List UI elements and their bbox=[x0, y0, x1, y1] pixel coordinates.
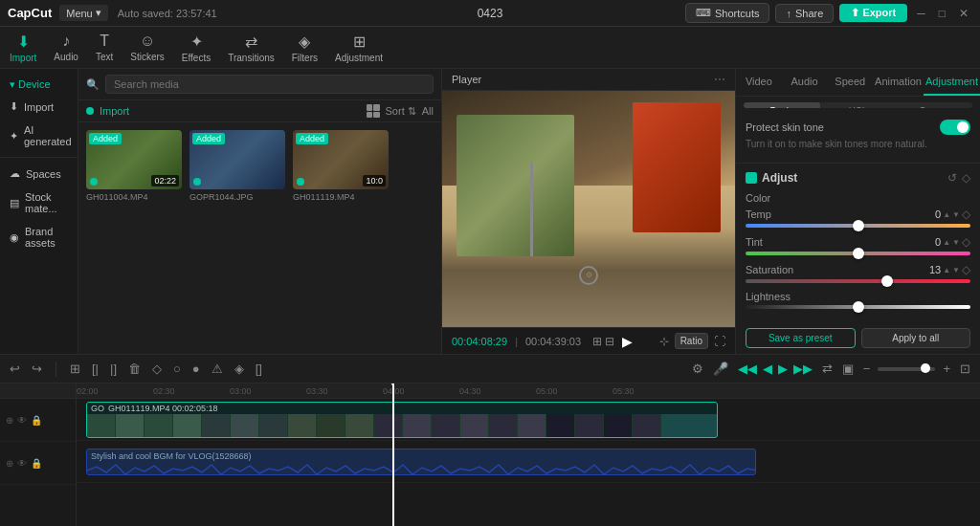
subtab-curves[interactable]: Curves bbox=[896, 102, 972, 108]
toolbar-text[interactable]: T Text bbox=[96, 33, 113, 62]
player-menu-icon[interactable]: ⋯ bbox=[714, 73, 725, 86]
video-track-lock-icon[interactable]: ⊕ bbox=[6, 415, 13, 426]
toolbar-effects[interactable]: ✦ Effects bbox=[182, 33, 211, 63]
ai-generated-btn[interactable]: ✦ AI generated bbox=[0, 119, 78, 153]
audio-track-lock-icon[interactable]: 🔒 bbox=[31, 458, 42, 469]
video-track-lock2-icon[interactable]: 🔒 bbox=[31, 415, 42, 426]
light-slider[interactable] bbox=[746, 305, 970, 309]
play-button[interactable]: ▶ bbox=[622, 334, 633, 349]
temp-stepper-down[interactable]: ▼ bbox=[952, 210, 960, 219]
video-clip-main[interactable]: GO GH011119.MP4 00:02:05:18 bbox=[86, 402, 718, 438]
next-frame[interactable]: ▶ bbox=[776, 360, 790, 378]
temp-stepper-up[interactable]: ▲ bbox=[943, 210, 950, 219]
sat-reset[interactable]: ◇ bbox=[962, 263, 970, 276]
storyboard-icon[interactable]: ⊞ bbox=[592, 335, 602, 348]
tint-slider[interactable] bbox=[746, 252, 970, 255]
all-filter[interactable]: All bbox=[422, 105, 434, 117]
toolbar-import[interactable]: ⬇ Import bbox=[10, 33, 36, 63]
tab-video[interactable]: Video bbox=[736, 69, 782, 96]
cut-left-button[interactable]: [| bbox=[90, 360, 100, 378]
stock-btn[interactable]: ▤ Stock mate... bbox=[0, 186, 78, 220]
save-preset-button[interactable]: Save as preset bbox=[746, 328, 856, 348]
reset-icon[interactable]: ↺ bbox=[947, 171, 957, 185]
tint-stepper-down[interactable]: ▼ bbox=[952, 238, 960, 247]
subtab-basic[interactable]: Basic bbox=[744, 102, 820, 108]
ratio-button[interactable]: Ratio bbox=[675, 333, 708, 349]
share-button[interactable]: ↑ Share bbox=[775, 4, 834, 23]
media-item-gopr[interactable]: Added GOPR1044.JPG bbox=[189, 130, 285, 346]
redo-button[interactable]: ↪ bbox=[30, 360, 44, 378]
sort-button[interactable]: Sort ⇅ bbox=[386, 105, 416, 118]
toolbar-filters[interactable]: ◈ Filters bbox=[292, 33, 318, 63]
export-button[interactable]: ⬆ Export bbox=[839, 4, 907, 22]
bracket-button[interactable]: [] bbox=[254, 360, 264, 378]
spaces-btn[interactable]: ☁ Spaces bbox=[0, 162, 78, 186]
grid-view-icon[interactable] bbox=[367, 104, 380, 118]
tab-adjustment[interactable]: Adjustment bbox=[924, 69, 980, 96]
playhead[interactable] bbox=[392, 384, 394, 526]
undo-button[interactable]: ↩ bbox=[8, 360, 22, 378]
diamond-tl-button[interactable]: ◈ bbox=[233, 360, 246, 378]
toolbar-stickers[interactable]: ☺ Stickers bbox=[130, 33, 165, 62]
skin-tone-toggle[interactable] bbox=[940, 120, 970, 135]
light-thumb[interactable] bbox=[853, 301, 864, 313]
tint-stepper-up[interactable]: ▲ bbox=[943, 238, 950, 247]
device-section[interactable]: ▾ Device bbox=[0, 75, 78, 95]
left-import-btn[interactable]: ⬇ Import bbox=[0, 95, 78, 119]
zoom-slider-minus[interactable]: − bbox=[861, 360, 873, 378]
sat-slider[interactable] bbox=[746, 279, 970, 283]
minimize-button[interactable]: ─ bbox=[913, 7, 929, 20]
audio-track-eye-icon[interactable]: 👁 bbox=[17, 458, 27, 469]
crop-icon[interactable]: ⊹ bbox=[659, 335, 669, 348]
temp-reset[interactable]: ◇ bbox=[962, 208, 970, 221]
track-settings-button[interactable]: ⚙ bbox=[690, 360, 705, 378]
zoom-in-button[interactable]: ◀◀ bbox=[736, 360, 759, 378]
zoom-slider-plus[interactable]: + bbox=[941, 360, 952, 378]
tab-animation[interactable]: Animation bbox=[873, 69, 924, 96]
prev-frame[interactable]: ◀ bbox=[761, 360, 774, 378]
toolbar-adjustment[interactable]: ⊞ Adjustment bbox=[335, 33, 383, 63]
fullscreen-button[interactable]: ⛶ bbox=[714, 335, 725, 348]
menu-button[interactable]: Menu ▾ bbox=[59, 5, 108, 21]
split-button[interactable]: ⊞ bbox=[68, 360, 82, 378]
cut-right-button[interactable]: |] bbox=[108, 360, 119, 378]
shape-button[interactable]: ◇ bbox=[150, 360, 164, 378]
zoom-out-button[interactable]: ▶▶ bbox=[791, 360, 814, 378]
audio-clip-main[interactable]: Stylish and cool BGM for VLOG(1528668) bbox=[86, 449, 756, 475]
toolbar-audio[interactable]: ♪ Audio bbox=[54, 33, 78, 62]
grid-player-icon[interactable]: ⊟ bbox=[605, 335, 614, 348]
maximize-button[interactable]: □ bbox=[935, 7, 949, 20]
temp-slider[interactable] bbox=[746, 224, 970, 228]
close-window-button[interactable]: ✕ bbox=[955, 7, 972, 20]
apply-all-button[interactable]: Apply to all bbox=[861, 328, 971, 348]
tint-reset[interactable]: ◇ bbox=[962, 235, 970, 249]
toolbar-transitions[interactable]: ⇄ Transitions bbox=[228, 33, 275, 63]
tab-audio[interactable]: Audio bbox=[782, 69, 828, 96]
captions-button[interactable]: ▣ bbox=[840, 360, 856, 378]
audio-track-icon[interactable]: ⊕ bbox=[6, 458, 13, 469]
diamond-icon[interactable]: ◇ bbox=[962, 171, 970, 185]
temp-thumb[interactable] bbox=[853, 220, 864, 231]
search-input[interactable] bbox=[105, 75, 434, 94]
shortcuts-button[interactable]: ⌨ Shortcuts bbox=[685, 3, 769, 23]
adjust-checkbox[interactable] bbox=[746, 172, 757, 184]
mic-button[interactable]: 🎤 bbox=[711, 360, 730, 378]
sat-stepper-down[interactable]: ▼ bbox=[952, 266, 960, 274]
sat-stepper-up[interactable]: ▲ bbox=[943, 266, 950, 274]
subtab-hsl[interactable]: HSL bbox=[820, 102, 897, 108]
fit-button[interactable]: ⊡ bbox=[958, 360, 972, 378]
tint-thumb[interactable] bbox=[853, 248, 864, 259]
media-item-gh01[interactable]: Added 02:22 GH011004.MP4 bbox=[86, 130, 182, 346]
brand-assets-btn[interactable]: ◉ Brand assets bbox=[0, 220, 78, 254]
import-media-button[interactable]: Import bbox=[100, 105, 129, 117]
zoom-slider[interactable] bbox=[878, 367, 935, 371]
media-item-gh11[interactable]: Added 10:0 GH011119.MP4 bbox=[293, 130, 389, 346]
video-track-eye-icon[interactable]: 👁 bbox=[17, 415, 27, 426]
record-button[interactable]: ● bbox=[190, 360, 202, 378]
split-tl-button[interactable]: ⇄ bbox=[820, 360, 835, 378]
tab-speed[interactable]: Speed bbox=[827, 69, 873, 96]
sat-thumb[interactable] bbox=[881, 275, 893, 287]
circle-button[interactable]: ○ bbox=[171, 360, 183, 378]
delete-button[interactable]: 🗑 bbox=[126, 360, 143, 378]
warning-button[interactable]: ⚠ bbox=[210, 360, 225, 378]
